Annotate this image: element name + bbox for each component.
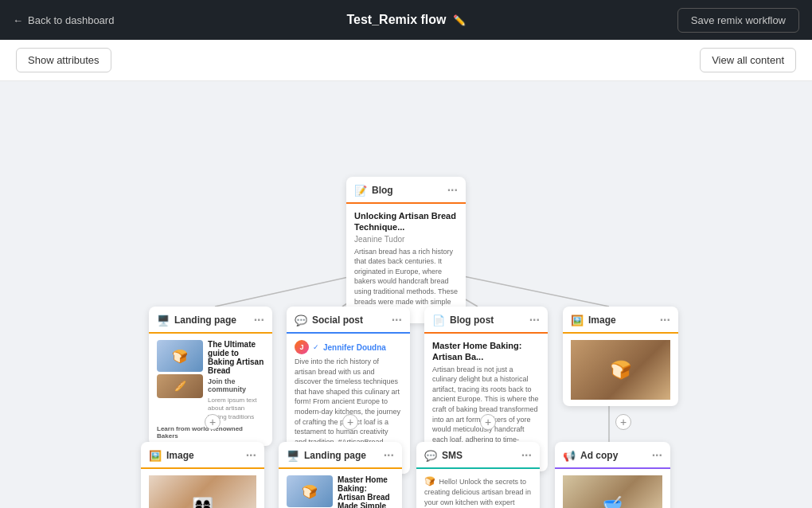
image2-card-body: 👩‍👩‍👧 <box>141 469 264 508</box>
save-workflow-button[interactable]: Save remix workflow <box>677 8 799 33</box>
adcopy-more-button[interactable]: ··· <box>652 448 662 463</box>
landing2-more-button[interactable]: ··· <box>384 448 394 463</box>
landing2-main-image: 🍞 <box>287 475 333 507</box>
image2-more-button[interactable]: ··· <box>246 448 256 463</box>
workflow-canvas: 📝 Blog ··· Unlocking Artisan Bread Techn… <box>0 81 812 508</box>
sms-card-header: 💬 SMS ··· <box>416 442 540 469</box>
landing1-sm-image: 🥖 <box>157 374 203 398</box>
show-attributes-button[interactable]: Show attributes <box>16 48 111 72</box>
sms-icon: 💬 <box>424 450 437 462</box>
add-node-social[interactable]: + <box>342 414 358 430</box>
landing2-icon: 🖥️ <box>287 450 299 462</box>
blog-icon: 📝 <box>354 185 367 197</box>
landing-icon: 🖥️ <box>157 315 170 326</box>
image1-icon: 🖼️ <box>571 315 584 326</box>
back-button[interactable]: ← Back to dashboard <box>13 14 114 26</box>
blogpost-icon: 📄 <box>432 315 445 326</box>
adcopy-card[interactable]: 📢 Ad copy ··· 🥣 <box>555 442 670 508</box>
landing1-card-header: 🖥️ Landing page ··· <box>149 307 272 334</box>
chevron-left-icon: ← <box>13 14 23 26</box>
toolbar: Show attributes View all content <box>0 40 812 81</box>
sms-card[interactable]: 💬 SMS ··· 🍞 Hello! Unlock the secrets to… <box>416 442 540 508</box>
image2-content: 👩‍👩‍👧 <box>149 475 256 508</box>
verified-icon: ✓ <box>313 343 319 351</box>
social-avatar: J <box>295 340 309 354</box>
social-icon: 💬 <box>295 315 307 326</box>
image1-more-button[interactable]: ··· <box>660 313 670 327</box>
image1-card-body: 🍞 <box>563 334 678 406</box>
view-all-content-button[interactable]: View all content <box>700 48 796 72</box>
app-header: ← Back to dashboard Test_Remix flow ✏️ S… <box>0 0 812 40</box>
social-more-button[interactable]: ··· <box>392 313 402 327</box>
image2-icon: 🖼️ <box>149 450 162 462</box>
blog-card-header: 📝 Blog ··· <box>346 177 466 204</box>
sms-emoji: 🍞 <box>424 476 435 486</box>
adcopy-image: 🥣 <box>563 475 662 508</box>
sms-card-body: 🍞 Hello! Unlock the secrets to creating … <box>416 469 540 508</box>
adcopy-card-header: 📢 Ad copy ··· <box>555 442 670 469</box>
image1-content: 🍞 <box>571 340 670 400</box>
landing1-more-button[interactable]: ··· <box>254 313 264 327</box>
image2-card[interactable]: 🖼️ Image ··· 👩‍👩‍👧 <box>141 442 264 508</box>
social-card-header: 💬 Social post ··· <box>287 307 410 334</box>
adcopy-card-body: 🥣 <box>555 469 670 508</box>
image1-card[interactable]: 🖼️ Image ··· 🍞 <box>563 307 678 406</box>
image2-card-header: 🖼️ Image ··· <box>141 442 264 469</box>
landing2-card-body: 🍞 🥖 Master Home Baking: Artisan Bread Ma… <box>279 469 402 508</box>
adcopy-icon: 📢 <box>563 450 576 462</box>
blog-card[interactable]: 📝 Blog ··· Unlocking Artisan Bread Techn… <box>346 177 466 323</box>
add-node-landing[interactable]: + <box>205 414 221 430</box>
page-title: Test_Remix flow ✏️ <box>346 13 465 27</box>
add-node-blogpost[interactable]: + <box>480 414 496 430</box>
landing2-card-header: 🖥️ Landing page ··· <box>279 442 402 469</box>
image1-card-header: 🖼️ Image ··· <box>563 307 678 334</box>
add-node-image1[interactable]: + <box>615 414 631 430</box>
landing2-card[interactable]: 🖥️ Landing page ··· 🍞 🥖 Master Home Baki… <box>279 442 402 508</box>
landing1-main-image: 🍞 <box>157 340 203 372</box>
blogpost-more-button[interactable]: ··· <box>529 313 540 327</box>
blog-more-button[interactable]: ··· <box>447 183 458 197</box>
sms-more-button[interactable]: ··· <box>521 448 532 463</box>
blogpost-card-header: 📄 Blog post ··· <box>424 307 548 334</box>
edit-icon[interactable]: ✏️ <box>453 14 466 26</box>
blog-card-body: Unlocking Artisan Bread Technique... Jea… <box>346 204 466 323</box>
